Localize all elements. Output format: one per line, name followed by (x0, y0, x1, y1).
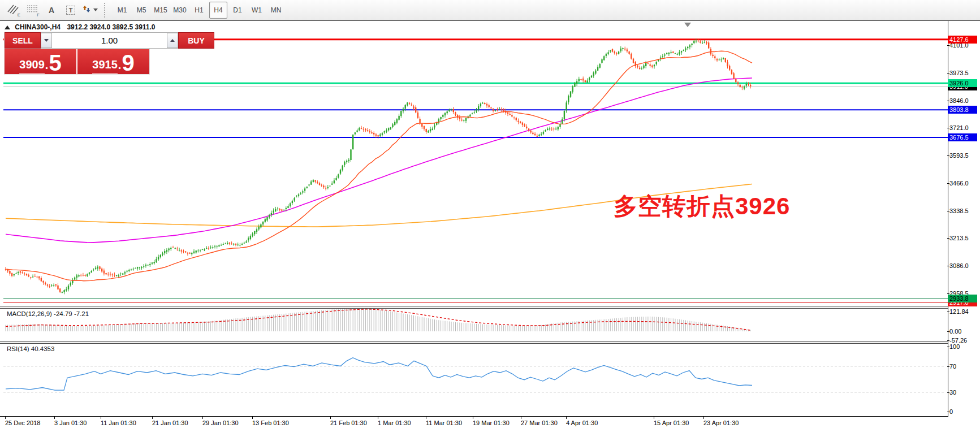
collapse-arrow-icon[interactable] (5, 25, 10, 29)
macd-axis-tick: 0.00 (949, 327, 961, 335)
volume-input[interactable] (52, 33, 167, 48)
timeframe-button-group: M1M5M15M30H1H4D1W1MN (113, 2, 286, 19)
time-axis-tick (521, 417, 521, 419)
time-axis-tick (252, 417, 253, 419)
time-axis-label: 11 Mar 01:30 (426, 420, 462, 426)
chart-title: CHINA300-,H4 3912.2 3924.0 3892.5 3911.0 (5, 23, 156, 31)
time-axis-tick (330, 417, 331, 419)
price-axis-tick: 3973.5 (949, 69, 969, 77)
time-axis-label: 1 Mar 01:30 (378, 420, 411, 426)
buy-price-int: 3915 (92, 56, 118, 74)
time-axis-tick (703, 417, 704, 419)
price-axis-tick: 3213.5 (949, 234, 969, 242)
toolbar: EFAT M1M5M15M30H1H4D1W1MN (0, 0, 980, 20)
chart-shift-marker-icon[interactable] (684, 23, 691, 27)
sell-price-int: 3909 (19, 56, 45, 74)
buy-price-display[interactable]: 3915 . 9 (77, 49, 149, 74)
toolbar-icon-group: EFAT (3, 2, 100, 19)
time-axis-label: 15 Apr 01:30 (654, 420, 689, 426)
timeframe-button-m30[interactable]: M30 (171, 2, 189, 19)
time-axis-tick (54, 417, 55, 419)
one-click-trading-panel: SELL BUY 3909 . 5 3915 . 9 (5, 32, 149, 74)
price-level-badge: 4127.6 (948, 36, 977, 44)
timeframe-button-d1[interactable]: D1 (228, 2, 247, 19)
price-axis[interactable]: 4101.03973.53846.03721.03593.53466.03338… (948, 21, 980, 428)
time-axis-tick (202, 417, 203, 419)
pane-separator[interactable] (0, 341, 948, 344)
time-axis-tick (5, 417, 6, 419)
trading-platform-window: EFAT M1M5M15M30H1H4D1W1MN CHINA300-,H4 3… (0, 0, 980, 428)
timeframe-button-m1[interactable]: M1 (113, 2, 131, 19)
time-axis-label: 29 Jan 01:30 (202, 420, 239, 426)
price-axis-tick: 3086.0 (949, 262, 969, 270)
arrow-up-icon (170, 39, 175, 42)
timeframe-button-m5[interactable]: M5 (132, 2, 150, 19)
time-axis-label: 25 Dec 2018 (5, 420, 40, 426)
price-axis-tick: 3466.0 (949, 179, 969, 187)
price-level-badge: 3926.0 (948, 79, 977, 87)
time-axis-label: 21 Jan 01:30 (152, 420, 188, 426)
sell-price-display[interactable]: 3909 . 5 (5, 49, 76, 74)
time-axis-label: 19 Mar 01:30 (473, 420, 510, 426)
time-axis-tick (378, 417, 378, 419)
arrange-arrows-icon (82, 5, 91, 15)
price-axis-tick: 3593.5 (949, 152, 969, 159)
time-axis-tick (473, 417, 473, 419)
symbol-title: CHINA300-,H4 (15, 23, 61, 31)
text-annotation-button[interactable]: A (42, 2, 61, 19)
chart-window[interactable]: CHINA300-,H4 3912.2 3924.0 3892.5 3911.0… (0, 20, 980, 428)
text-box-icon: T (66, 6, 76, 15)
text-annotation-icon: A (49, 6, 54, 15)
decimal-point: . (45, 57, 49, 74)
price-axis-tick: 3721.0 (949, 124, 969, 132)
rsi-axis-tick: 0 (949, 408, 953, 416)
time-axis-tick (152, 417, 153, 419)
draw-lines-button[interactable]: E (4, 2, 22, 19)
toolbar-separator (104, 3, 109, 18)
price-level-badge: 2933.8 (948, 295, 977, 302)
rsi-axis-tick: 30 (949, 388, 956, 396)
ohlc-values: 3912.2 3924.0 3892.5 3911.0 (67, 23, 155, 31)
volume-stepper (41, 32, 178, 49)
time-axis-tick (654, 417, 654, 419)
buy-button[interactable]: BUY (178, 32, 214, 49)
text-box-button[interactable]: T (62, 2, 80, 19)
decimal-point: . (118, 57, 122, 74)
sell-price-dec: 5 (49, 52, 61, 74)
price-level-badge: 3676.5 (948, 133, 977, 141)
time-axis-label: 13 Feb 01:30 (252, 420, 289, 426)
rsi-pane-canvas[interactable] (3, 344, 948, 416)
macd-pane-canvas[interactable] (3, 309, 948, 341)
chevron-down-icon (93, 8, 98, 11)
grid-button[interactable]: F (23, 2, 41, 19)
rsi-axis-tick: 70 (949, 362, 956, 370)
volume-decrease-button[interactable] (41, 33, 52, 48)
timeframe-button-h4[interactable]: H4 (209, 2, 227, 19)
volume-increase-button[interactable] (167, 33, 178, 48)
timeframe-button-mn[interactable]: MN (267, 2, 285, 19)
price-axis-tick: 3338.5 (949, 207, 969, 215)
chart-text-annotation: 多空转折点3926 (614, 191, 790, 222)
macd-indicator-label: MACD(12,26,9) -24.79 -7.21 (7, 310, 89, 317)
timeframe-button-w1[interactable]: W1 (248, 2, 266, 19)
price-level-badge: 3803.8 (948, 106, 977, 114)
arrange-arrows-button[interactable] (81, 2, 99, 19)
candlestick-series (5, 38, 752, 294)
time-axis-label: 23 Apr 01:30 (703, 420, 739, 426)
pane-separator[interactable] (0, 306, 948, 309)
time-axis-tick (566, 417, 567, 419)
time-axis-label: 3 Jan 01:30 (54, 420, 87, 426)
time-axis-label: 4 Apr 01:30 (566, 420, 598, 426)
time-axis-tick (426, 417, 426, 419)
buy-price-dec: 9 (122, 52, 134, 74)
time-axis-tick (101, 417, 101, 419)
rsi-axis-tick: 100 (949, 343, 960, 351)
time-axis-label: 11 Jan 01:30 (101, 420, 136, 426)
macd-axis-tick: 121.84 (949, 308, 969, 315)
timeframe-button-m15[interactable]: M15 (152, 2, 170, 19)
timeframe-button-h1[interactable]: H1 (190, 2, 208, 19)
rsi-indicator-label: RSI(14) 40.4353 (7, 345, 54, 352)
sell-button[interactable]: SELL (5, 32, 41, 49)
time-axis-label: 21 Feb 01:30 (330, 420, 367, 426)
time-axis[interactable]: 25 Dec 20183 Jan 01:3011 Jan 01:3021 Jan… (0, 416, 948, 428)
